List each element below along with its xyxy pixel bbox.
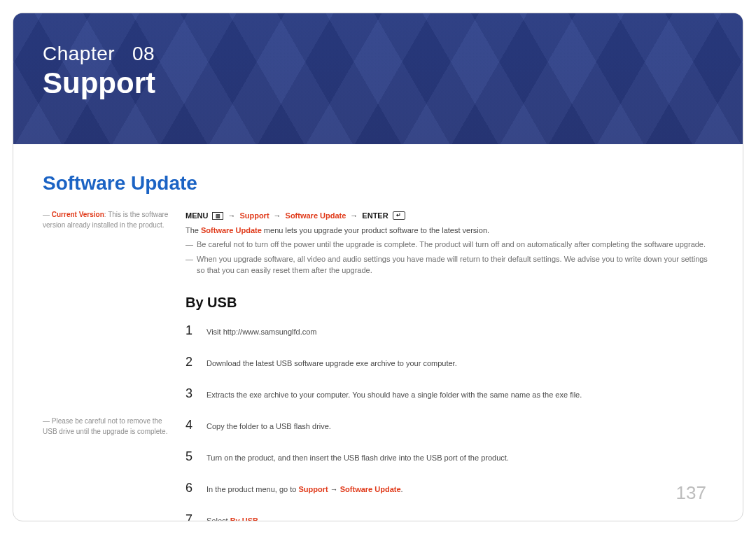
step6-update: Software Update [340,485,401,493]
step-item: Visit http://www.samsunglfd.com [186,321,713,340]
enter-icon: ↵ [393,211,405,220]
section-title: Software Update [43,172,713,195]
by-usb-heading: By USB [186,292,713,313]
two-column-layout: Current Version: This is the software ve… [43,210,713,521]
step-text: Download the latest USB software upgrade… [206,358,713,370]
arrow-icon: → [227,210,235,222]
menu-path: MENU ▥ → Support → Software Update → ENT… [186,210,713,222]
menu-label: MENU [186,210,208,222]
tip-text: Be careful not to turn off the power unt… [197,240,706,248]
chapter-number: 08 [132,43,155,64]
step-text: Extracts the exe archive to your compute… [206,389,713,401]
chapter-title: Support [43,66,155,100]
step6-prefix: In the product menu, go to [206,485,298,493]
step-text: In the product menu, go to Support → Sof… [206,484,713,496]
step7-prefix: Select [206,517,230,522]
sidebar-note-current-version: Current Version: This is the software ve… [43,210,169,230]
menu-path-support: Support [239,210,269,222]
tip-note: Be careful not to turn off the power unt… [186,239,713,251]
step6-support: Support [298,485,328,493]
page-number: 137 [676,482,706,504]
content-area: Software Update Current Version: This is… [43,172,713,504]
main-content: MENU ▥ → Support → Software Update → ENT… [186,210,713,521]
arrow-icon: → [330,485,338,493]
tip-note: When you upgrade software, all video and… [186,253,713,276]
steps-list: Visit http://www.samsunglfd.com Download… [186,321,713,522]
tip-text: When you upgrade software, all video and… [197,255,708,275]
enter-label: ENTER [362,210,388,222]
step-item: In the product menu, go to Support → Sof… [186,479,713,498]
step-text: Visit http://www.samsunglfd.com [206,326,713,338]
step6-suffix: . [401,485,403,493]
arrow-icon: → [350,210,358,222]
sidebar-note-usb-warning: Please be careful not to remove the USB … [43,416,169,437]
usb-warning-text: Please be careful not to remove the USB … [43,417,167,435]
step7-highlight: By USB [230,517,258,522]
step-item: Select By USB. [186,510,713,522]
current-version-label: Current Version [52,211,104,218]
step-item: Download the latest USB software upgrade… [186,353,713,372]
menu-icon: ▥ [212,212,223,220]
sidebar-spacer [43,234,169,416]
step-item: Turn on the product, and then insert the… [186,447,713,466]
step-text: Copy the folder to a USB flash drive. [206,421,713,433]
sidebar-notes: Current Version: This is the software ve… [43,210,169,521]
step-text: Select By USB. [206,515,713,522]
chapter-label-line: Chapter 08 [43,43,155,65]
description-line: The Software Update menu lets you upgrad… [186,225,713,237]
banner-text: Chapter 08 Support [43,43,155,100]
desc-suffix: menu lets you upgrade your product softw… [262,226,489,234]
desc-highlight: Software Update [201,226,262,234]
step7-suffix: . [258,517,260,522]
arrow-icon: → [274,210,281,222]
menu-path-software-update: Software Update [286,210,346,222]
chapter-label: Chapter [43,43,115,64]
step-item: Extracts the exe archive to your compute… [186,384,713,403]
step-text: Turn on the product, and then insert the… [206,452,713,464]
document-page: Chapter 08 Support Software Update Curre… [13,13,743,521]
step-item: Copy the folder to a USB flash drive. [186,416,713,435]
desc-prefix: The [186,226,201,234]
chapter-banner: Chapter 08 Support [13,13,743,144]
